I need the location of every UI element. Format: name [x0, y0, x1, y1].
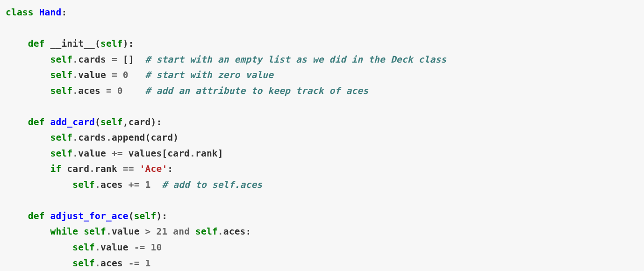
code-token: (	[95, 38, 100, 49]
code-token: =	[112, 54, 117, 65]
python-code-block: class Hand: def __init__(self): self.car…	[0, 0, 644, 271]
code-line: def adjust_for_ace(self):	[6, 211, 167, 221]
code-token: rank	[95, 164, 123, 174]
code-token: .	[72, 70, 78, 80]
code-token: 'Ace'	[140, 164, 168, 174]
code-token: def	[28, 117, 50, 128]
code-token: self	[72, 242, 95, 253]
code-token: 1	[145, 258, 151, 269]
code-token: .	[106, 226, 112, 237]
code-token: .	[95, 242, 100, 253]
code-line: def __init__(self):	[6, 38, 134, 49]
code-line: if card.rank == 'Ace':	[6, 164, 173, 174]
code-token: .	[218, 226, 223, 237]
code-token: .	[72, 54, 78, 65]
code-token	[6, 258, 72, 269]
code-token: :	[167, 164, 173, 174]
code-token: value	[78, 148, 112, 159]
code-token	[6, 54, 50, 65]
code-line: class Hand:	[6, 7, 67, 18]
code-token	[6, 226, 50, 237]
code-token: .	[190, 148, 195, 159]
code-token: +=	[129, 179, 140, 190]
code-token: self	[50, 70, 73, 80]
code-token: .	[72, 148, 78, 159]
code-token: 10	[150, 242, 162, 253]
code-line: self.aces += 1 # add to self.aces	[6, 179, 262, 190]
code-token	[190, 226, 195, 237]
code-token: append(card)	[112, 132, 179, 143]
code-token: =	[112, 70, 117, 80]
code-token: add_card	[50, 117, 95, 128]
code-token: self	[134, 211, 157, 221]
code-token	[117, 70, 123, 80]
code-token	[123, 86, 145, 96]
code-token: -=	[134, 242, 145, 253]
code-token: .	[89, 164, 95, 174]
code-token: >	[145, 226, 151, 237]
code-token: ==	[123, 164, 134, 174]
code-line: self.aces -= 1	[6, 258, 151, 269]
code-token: self	[50, 148, 73, 159]
code-token: adjust_for_ace	[50, 211, 129, 221]
code-token: self	[50, 86, 73, 96]
code-token	[140, 179, 145, 190]
code-token: self	[100, 117, 123, 128]
code-line: while self.value > 21 and self.aces:	[6, 226, 251, 237]
code-token: self	[195, 226, 218, 237]
code-token: cards	[78, 54, 112, 65]
code-token: (	[129, 211, 134, 221]
code-token: .	[95, 179, 100, 190]
code-token: card	[67, 164, 89, 174]
code-token	[134, 164, 140, 174]
code-token: .	[72, 132, 78, 143]
code-token: self	[100, 38, 123, 49]
code-token: self	[50, 54, 73, 65]
code-token: .	[72, 86, 78, 96]
code-token: 1	[145, 179, 151, 190]
code-token: values[card	[123, 148, 190, 159]
code-token	[112, 86, 117, 96]
code-token: 21	[156, 226, 167, 237]
code-token	[129, 70, 145, 80]
code-line: self.cards = [] # start with an empty li…	[6, 54, 446, 65]
code-token: if	[50, 164, 67, 174]
code-token: -=	[129, 258, 140, 269]
code-token	[6, 117, 28, 128]
code-token: aces:	[223, 226, 251, 237]
code-token: 0	[123, 70, 129, 80]
code-token: class	[6, 7, 39, 18]
code-line: self.value -= 10	[6, 242, 162, 253]
code-token	[167, 226, 173, 237]
code-token: (	[95, 117, 100, 128]
code-token: :	[61, 7, 67, 18]
code-token: # start with an empty list as we did in …	[145, 54, 447, 65]
code-token	[6, 132, 50, 143]
code-line: self.value += values[card.rank]	[6, 148, 223, 159]
code-token: rank]	[195, 148, 223, 159]
code-token	[6, 164, 50, 174]
code-token: def	[28, 38, 50, 49]
code-token: .	[95, 258, 100, 269]
code-token: self	[72, 179, 95, 190]
code-line: self.aces = 0 # add an attribute to keep…	[6, 86, 368, 96]
code-token	[150, 226, 156, 237]
code-token: # add to self.aces	[162, 179, 262, 190]
code-token	[6, 242, 72, 253]
code-token: ,card):	[123, 117, 162, 128]
code-token: self	[72, 258, 95, 269]
code-token: .	[106, 132, 112, 143]
code-token: 0	[117, 86, 123, 96]
code-token	[145, 242, 151, 253]
code-token: aces	[100, 179, 129, 190]
code-token: +=	[112, 148, 123, 159]
code-token: value	[112, 226, 145, 237]
code-token: cards	[78, 132, 106, 143]
code-token: Hand	[39, 7, 62, 18]
code-token: value	[100, 242, 134, 253]
code-token	[6, 179, 72, 190]
code-token: value	[78, 70, 112, 80]
code-token: while	[50, 226, 84, 237]
code-token	[6, 211, 28, 221]
code-token	[6, 38, 28, 49]
